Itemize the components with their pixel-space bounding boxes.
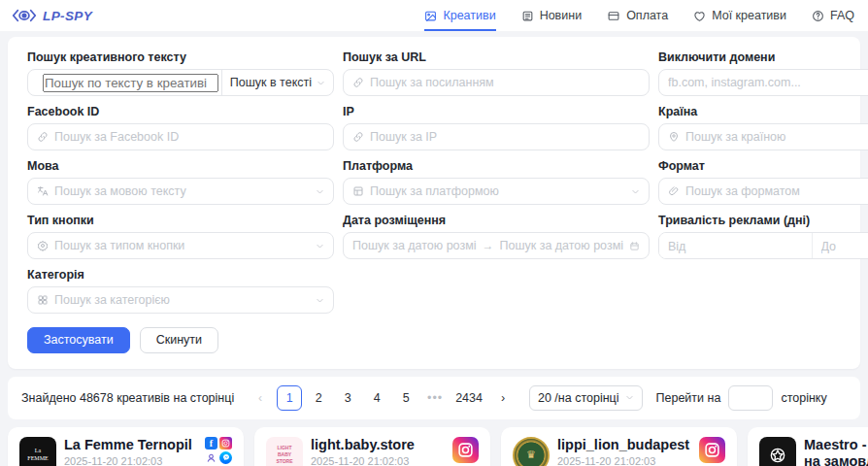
field-url: Пошук за URL [343, 50, 650, 96]
field-label: Платформа [343, 159, 650, 173]
link-icon [352, 131, 364, 143]
page-size-select[interactable]: 20 /на сторінці [529, 385, 643, 411]
card-title: Maestro - кухні, меблі на замовлення в У… [804, 437, 868, 466]
button-type-input[interactable] [54, 239, 310, 252]
field-exclude-domains: Виключити домени [658, 50, 868, 96]
instagram-icon [219, 437, 232, 449]
facebook-id-input[interactable] [54, 130, 324, 144]
reset-button[interactable]: Скинути [140, 327, 218, 353]
field-label: Facebook ID [27, 105, 334, 118]
network-icons: f [205, 437, 232, 466]
creative-card[interactable]: ♛ lippi_lion_budapest 2025-11-20 21:02:0… [501, 427, 737, 466]
goto-page: Перейти на сторінку [656, 385, 827, 411]
nav-tab-my-creatives[interactable]: Мої креативи [693, 0, 786, 31]
category-select[interactable] [27, 286, 334, 314]
goto-page-input[interactable] [728, 385, 773, 411]
emblem-icon [768, 446, 787, 465]
page-button-5[interactable]: 5 [393, 385, 418, 411]
chevron-down-icon [316, 296, 324, 305]
platform-select[interactable] [343, 178, 650, 205]
creatives-grid: LaFEMME La Femme Ternopil 2025-11-20 21:… [8, 427, 868, 466]
country-input[interactable] [685, 130, 868, 144]
image-icon [424, 10, 437, 22]
nav-tab-news[interactable]: Новини [521, 0, 583, 31]
filter-panel: Пошук креативного тексту Пошук в тексті … [8, 37, 860, 369]
link-icon [37, 131, 49, 143]
field-label: Пошук за URL [343, 50, 650, 64]
nav-tab-payment[interactable]: Оплата [607, 0, 668, 31]
pagination: ‹ 1 2 3 4 5 ••• 2434 › [248, 385, 516, 411]
creative-card[interactable]: LIGHTBABYSTORE light.baby.store 2025-11-… [254, 427, 490, 466]
text-search-mode-select[interactable]: Пошук в тексті [221, 70, 333, 95]
field-text-search: Пошук креативного тексту Пошук в тексті [27, 50, 334, 96]
language-input[interactable] [54, 184, 310, 198]
page-button-4[interactable]: 4 [364, 385, 389, 411]
page-size-value: 20 /на сторінці [538, 391, 619, 405]
field-language: Мова [27, 159, 334, 205]
chevron-down-icon [316, 242, 324, 250]
page-ellipsis[interactable]: ••• [422, 385, 448, 411]
chevron-down-icon [317, 79, 325, 87]
field-label: Тривалість реклами (дні) [658, 214, 868, 227]
placement-date-to-input[interactable] [500, 239, 624, 252]
platform-input[interactable] [370, 184, 625, 198]
field-ip: IP [343, 105, 650, 150]
field-label: Мова [27, 159, 334, 173]
card-date: 2025-11-20 21:02:03 [557, 455, 691, 466]
field-button-type: Тип кнопки [27, 214, 334, 259]
brand-logo[interactable]: LP-SPY [12, 7, 92, 24]
creative-card[interactable]: LaFEMME La Femme Ternopil 2025-11-20 21:… [8, 427, 244, 466]
nav-label: FAQ [830, 9, 854, 22]
card-icon [607, 10, 620, 22]
calendar-icon [629, 241, 640, 251]
text-search-input[interactable] [43, 74, 218, 92]
prev-page-button[interactable]: ‹ [248, 385, 273, 411]
question-icon [812, 10, 824, 22]
duration-to-input[interactable] [821, 240, 868, 253]
news-icon [521, 10, 534, 22]
exclude-domains-input[interactable] [668, 76, 868, 89]
messenger-icon [219, 451, 232, 464]
field-category: Категорія [27, 268, 334, 314]
app-header: LP-SPY Креативи Новини Оплата Мої креати… [0, 0, 868, 31]
page-button-2[interactable]: 2 [306, 385, 331, 411]
avatar: LIGHTBABYSTORE [266, 437, 303, 466]
card-title: light.baby.store [311, 437, 445, 453]
button-type-select[interactable] [27, 232, 334, 259]
page-button-last[interactable]: 2434 [451, 385, 486, 411]
card-title: La Femme Ternopil [64, 437, 197, 453]
instagram-icon [699, 437, 725, 463]
nav-tab-creatives[interactable]: Креативи [424, 0, 495, 31]
language-select[interactable] [27, 178, 334, 205]
page-button-3[interactable]: 3 [335, 385, 360, 411]
placement-date-from-input[interactable] [352, 239, 477, 252]
field-label: Країна [658, 105, 868, 118]
field-platform: Платформа [343, 159, 650, 205]
duration-from-input[interactable] [668, 240, 803, 253]
link-icon [352, 77, 364, 88]
category-input[interactable] [54, 293, 310, 307]
nav-tab-faq[interactable]: FAQ [812, 0, 854, 31]
results-summary: Знайдено 48678 креативів на сторінці [21, 391, 234, 405]
field-label: Формат [658, 159, 868, 173]
nav-label: Мої креативи [712, 9, 786, 22]
apply-button[interactable]: Застосувати [27, 327, 130, 353]
creative-card[interactable]: Maestro - кухні, меблі на замовлення в У… [748, 427, 868, 466]
page-button-1[interactable]: 1 [277, 385, 302, 411]
format-input[interactable] [685, 184, 868, 198]
ip-input[interactable] [370, 130, 640, 144]
nav-label: Креативи [443, 9, 495, 22]
next-page-button[interactable]: › [490, 385, 516, 411]
url-input[interactable] [370, 76, 640, 89]
facebook-icon: f [205, 437, 217, 449]
text-search-mode-value: Пошук в тексті [230, 76, 312, 89]
field-duration: Тривалість реклами (дні) [658, 214, 868, 259]
main-nav: Креативи Новини Оплата Мої креативи FAQ [424, 0, 854, 31]
audience-person-icon [205, 451, 217, 464]
placement-date-range[interactable]: → [343, 232, 650, 259]
goto-suffix: сторінку [781, 391, 826, 405]
goto-prefix: Перейти на [656, 391, 721, 405]
field-placement-date: Дата розміщення → [343, 214, 650, 259]
field-facebook-id: Facebook ID [27, 105, 334, 150]
platform-icon [352, 185, 364, 197]
